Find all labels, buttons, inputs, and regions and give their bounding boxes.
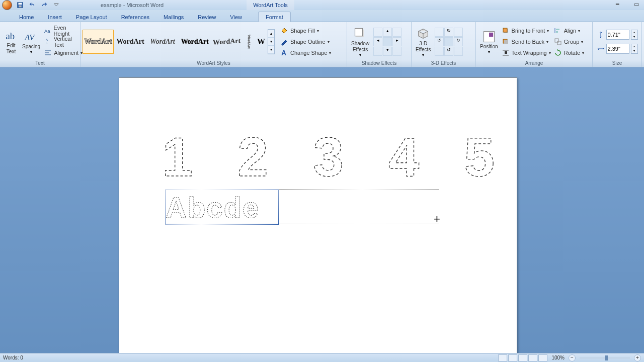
- zoom-in[interactable]: +: [634, 354, 641, 361]
- chevron-down-icon: ▾: [422, 53, 424, 57]
- 3d-effects-button[interactable]: 3-D Effects ▾: [414, 26, 433, 58]
- wordart-style-6[interactable]: WordArt: [244, 30, 255, 54]
- height-up[interactable]: ▴: [631, 30, 637, 35]
- align-icon: [554, 27, 562, 35]
- 3d-toggle[interactable]: [444, 37, 453, 46]
- width-input[interactable]: [606, 44, 629, 54]
- wordart-style-1[interactable]: WordArt: [83, 30, 114, 54]
- wordart-style-2[interactable]: WordArt: [115, 30, 146, 54]
- group-arrange: Position ▾ Bring to Front ▾ Send to Back…: [476, 22, 593, 67]
- svg-rect-18: [503, 28, 507, 32]
- tilt-up-left[interactable]: [435, 28, 444, 37]
- group-shadow-effects: Shadow Effects ▾ ▴ ◂ ▸ ▾ Shadow Effects: [347, 22, 412, 67]
- tilt-up-right[interactable]: [454, 28, 463, 37]
- width-down[interactable]: ▾: [631, 49, 637, 53]
- tab-mailings[interactable]: Mailings: [156, 12, 191, 22]
- wordart-style-5[interactable]: WordArt: [211, 30, 243, 54]
- maximize-button[interactable]: ▭: [634, 1, 641, 8]
- tilt-down-right[interactable]: [454, 47, 463, 56]
- spacing-button[interactable]: AV Spacing ▾: [20, 29, 42, 55]
- nudge-shadow-down[interactable]: ▾: [383, 47, 392, 56]
- shadow-effects-button[interactable]: Shadow Effects ▾: [349, 26, 371, 58]
- tilt-down-left[interactable]: [435, 47, 444, 56]
- tilt-left[interactable]: ↺: [435, 37, 444, 46]
- view-full-screen[interactable]: [508, 354, 517, 361]
- tab-view[interactable]: View: [223, 12, 249, 22]
- group-button[interactable]: Group ▾: [552, 36, 586, 47]
- ribbon: ab Edit Text AV Spacing ▾ Aa Even Height…: [0, 22, 644, 67]
- tab-home[interactable]: Home: [12, 12, 41, 22]
- nudge-shadow-up-left[interactable]: [373, 28, 382, 37]
- svg-rect-20: [504, 40, 508, 44]
- gallery-scroll: ▴ ▾ ▾: [268, 29, 275, 54]
- gallery-more[interactable]: ▾: [268, 46, 274, 54]
- tilt-up[interactable]: ↻: [444, 28, 453, 37]
- group-3d-effects: 3-D Effects ▾ ↻ ↺ ↻ ↺ 3-D Effects: [412, 22, 476, 67]
- nudge-shadow-down-right[interactable]: [392, 47, 401, 56]
- send-to-back-button[interactable]: Send to Back ▾: [500, 36, 552, 47]
- minimize-button[interactable]: ━: [616, 1, 623, 8]
- number-4: 4: [386, 128, 426, 184]
- qat-save[interactable]: [15, 1, 26, 10]
- view-print-layout[interactable]: [498, 354, 507, 361]
- redo-icon: [41, 2, 48, 9]
- gallery-scroll-down[interactable]: ▾: [268, 38, 274, 46]
- tab-review[interactable]: Review: [191, 12, 223, 22]
- even-height-button[interactable]: Aa Even Height: [42, 25, 84, 36]
- position-button[interactable]: Position ▾: [478, 29, 500, 55]
- view-web-layout[interactable]: [518, 354, 527, 361]
- chevron-down-icon: ▾: [578, 29, 580, 33]
- wordart-style-7[interactable]: W: [256, 30, 267, 54]
- tab-insert[interactable]: Insert: [41, 12, 69, 22]
- document-area[interactable]: 12345 Abcde +: [0, 67, 644, 353]
- tilt-right[interactable]: ↻: [454, 37, 463, 46]
- tab-page-layout[interactable]: Page Layout: [69, 12, 114, 22]
- alignment-button[interactable]: Alignment ▾: [42, 47, 84, 58]
- bring-to-front-button[interactable]: Bring to Front ▾: [500, 25, 552, 36]
- view-outline[interactable]: [528, 354, 537, 361]
- zoom-label[interactable]: 100%: [551, 355, 565, 360]
- align-button[interactable]: Align ▾: [552, 25, 586, 36]
- width-up[interactable]: ▴: [631, 44, 637, 49]
- gallery-scroll-up[interactable]: ▴: [268, 30, 274, 38]
- nudge-shadow-down-left[interactable]: [373, 47, 382, 56]
- tilt-down[interactable]: ↺: [444, 47, 453, 56]
- ribbon-tabs: Home Insert Page Layout References Maili…: [0, 10, 644, 22]
- even-height-icon: Aa: [44, 27, 51, 35]
- vertical-text-button[interactable]: Ab Vertical Text: [42, 36, 84, 47]
- shape-fill-button[interactable]: Shape Fill ▾: [279, 25, 333, 36]
- nudge-shadow-up-right[interactable]: [392, 28, 401, 37]
- shape-outline-button[interactable]: Shape Outline ▾: [279, 36, 333, 47]
- zoom-out[interactable]: −: [569, 354, 576, 361]
- rotate-button[interactable]: Rotate ▾: [552, 47, 586, 58]
- svg-text:A: A: [46, 38, 48, 41]
- nudge-shadow-right[interactable]: ▸: [392, 37, 401, 46]
- shadow-toggle[interactable]: [383, 37, 392, 46]
- edit-text-icon: ab: [4, 29, 18, 43]
- wordart-letters[interactable]: Abcde: [166, 190, 279, 224]
- height-down[interactable]: ▾: [631, 35, 637, 39]
- height-input[interactable]: [606, 30, 629, 40]
- tab-format[interactable]: Format: [258, 12, 291, 22]
- qat-customize[interactable]: [51, 1, 62, 10]
- chevron-down-icon: ▾: [328, 40, 330, 44]
- office-button[interactable]: [2, 0, 12, 10]
- nudge-shadow-up[interactable]: ▴: [383, 28, 392, 37]
- tab-references[interactable]: References: [114, 12, 156, 22]
- svg-text:AV: AV: [24, 33, 35, 42]
- wordart-style-4[interactable]: WordArt: [179, 30, 210, 54]
- wordart-numbers[interactable]: 12345: [159, 128, 502, 184]
- qat-redo[interactable]: [39, 1, 50, 10]
- edit-text-button[interactable]: ab Edit Text: [2, 28, 20, 56]
- qat-undo[interactable]: [27, 1, 38, 10]
- text-wrapping-button[interactable]: Text Wrapping ▾: [500, 47, 552, 58]
- change-shape-button[interactable]: A Change Shape ▾: [279, 47, 333, 58]
- nudge-shadow-left[interactable]: ◂: [373, 37, 382, 46]
- contextual-tab-title: WordArt Tools: [247, 0, 294, 10]
- wordart-style-3[interactable]: WordArt: [147, 30, 178, 54]
- view-draft[interactable]: [538, 354, 547, 361]
- number-1: 1: [159, 128, 200, 184]
- zoom-slider[interactable]: [580, 357, 630, 359]
- svg-rect-1: [19, 3, 22, 5]
- svg-rect-14: [355, 28, 363, 36]
